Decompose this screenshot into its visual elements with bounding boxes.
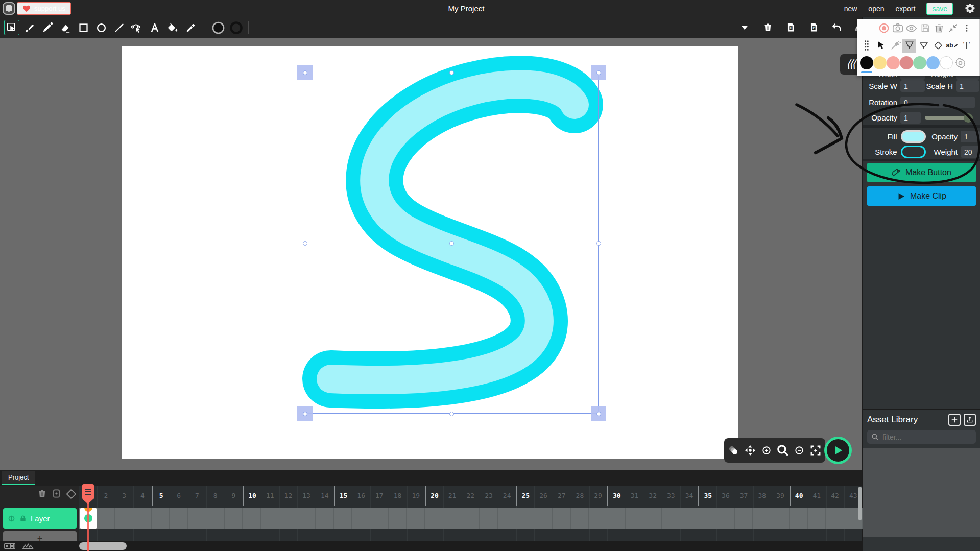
eraser-tool[interactable] — [58, 20, 73, 35]
scale-w-input[interactable] — [900, 80, 925, 92]
annotation-settings-gear-icon[interactable] — [953, 56, 967, 70]
layer-frame-cell-13[interactable] — [297, 508, 316, 529]
frame-number-22[interactable]: 22 — [461, 486, 480, 506]
frame-number-42[interactable]: 42 — [826, 486, 844, 506]
annotation-color-swatch-4[interactable] — [913, 56, 926, 69]
stroke-color-swatch[interactable] — [901, 146, 926, 158]
zoom-out-icon[interactable] — [793, 444, 806, 458]
paste-icon[interactable]: P — [806, 20, 821, 35]
frame-number-31[interactable]: 31 — [626, 486, 644, 506]
copy-icon[interactable]: C — [783, 20, 798, 35]
onion-skin-range-icon[interactable] — [4, 543, 15, 549]
layer-frame-cell-35[interactable] — [698, 508, 716, 529]
frame-number-7[interactable]: 7 — [188, 486, 206, 506]
opacity-slider[interactable] — [925, 116, 972, 120]
opacity-input[interactable] — [900, 112, 921, 124]
layer-frame-cell-10[interactable] — [243, 508, 261, 529]
settings-gear-icon[interactable] — [964, 3, 976, 14]
annotation-color-swatch-6[interactable] — [940, 56, 953, 69]
text-tool[interactable] — [147, 20, 162, 35]
layer-frame-cell-36[interactable] — [716, 508, 735, 529]
layer-frame-cell-16[interactable] — [352, 508, 370, 529]
layer-frame-cell-4[interactable] — [133, 508, 152, 529]
fill-bucket-tool[interactable] — [165, 20, 180, 35]
layer-frame-cell-14[interactable] — [316, 508, 334, 529]
menu-new[interactable]: new — [844, 5, 857, 13]
onion-skin-icon[interactable] — [727, 444, 740, 458]
layer-frame-cell-34[interactable] — [680, 508, 699, 529]
layer-frame-cell-41[interactable] — [808, 508, 826, 529]
undo-icon[interactable] — [829, 20, 844, 35]
minimize-panel-icon[interactable] — [946, 21, 960, 35]
layer-frame-cell-17[interactable] — [370, 508, 389, 529]
layer-frame-cell-9[interactable] — [225, 508, 243, 529]
frame-number-21[interactable]: 21 — [443, 486, 462, 506]
laser-wand-icon[interactable] — [888, 39, 902, 53]
frame-number-17[interactable]: 17 — [370, 486, 389, 506]
zoom-in-icon[interactable] — [759, 444, 773, 458]
edge-handle-top[interactable] — [449, 70, 454, 75]
frame-number-27[interactable]: 27 — [553, 486, 571, 506]
layer-row-label[interactable]: Layer — [3, 508, 77, 529]
opacity-slider-knob[interactable] — [964, 113, 973, 123]
fit-to-screen-icon[interactable] — [809, 444, 823, 458]
add-keyframe-icon[interactable] — [66, 489, 77, 499]
layer-frame-cell-8[interactable] — [206, 508, 225, 529]
asset-filter[interactable] — [867, 430, 976, 444]
pan-tool-icon[interactable] — [743, 444, 757, 458]
layer-frame-cell-39[interactable] — [771, 508, 790, 529]
add-asset-button[interactable] — [948, 414, 961, 426]
frame-number-37[interactable]: 37 — [735, 486, 753, 506]
frame-number-6[interactable]: 6 — [170, 486, 188, 506]
menu-export[interactable]: export — [896, 5, 916, 13]
clear-annotations-trash-icon[interactable] — [932, 21, 946, 35]
layer-frame-cell-29[interactable] — [589, 508, 607, 529]
layer-frame-cell-27[interactable] — [553, 508, 571, 529]
brush-tool[interactable] — [22, 20, 37, 35]
pivot-handle-center[interactable] — [449, 241, 454, 246]
frame-number-38[interactable]: 38 — [753, 486, 771, 506]
layer-frame-cell-28[interactable] — [571, 508, 589, 529]
layer-frame-cell-6[interactable] — [170, 508, 188, 529]
layer-frame-cell-31[interactable] — [626, 508, 644, 529]
frame-number-32[interactable]: 32 — [643, 486, 662, 506]
fill-color-swatch[interactable] — [901, 130, 926, 143]
menu-open[interactable]: open — [868, 5, 884, 13]
waveform-icon[interactable] — [22, 543, 34, 549]
frame-number-34[interactable]: 34 — [680, 486, 699, 506]
path-cursor-tool[interactable] — [129, 20, 145, 35]
pointer-cursor-icon[interactable] — [874, 39, 888, 53]
frame-number-14[interactable]: 14 — [316, 486, 334, 506]
make-clip-button[interactable]: Make Clip — [867, 186, 976, 206]
tab-project[interactable]: Project — [2, 471, 35, 485]
timeline-vertical-scrollbar[interactable] — [858, 487, 862, 520]
frame-number-33[interactable]: 33 — [662, 486, 680, 506]
save-button[interactable]: save — [926, 3, 953, 15]
layer-frame-cell-30[interactable] — [607, 508, 626, 529]
frame-number-30[interactable]: 30 — [607, 486, 626, 506]
layer-frame-cell-11[interactable] — [261, 508, 279, 529]
copy-frame-forward-icon[interactable] — [52, 489, 61, 499]
text-tool-T-icon[interactable]: T — [960, 39, 973, 53]
play-button[interactable] — [824, 437, 852, 464]
layer-frame-cell-3[interactable] — [115, 508, 133, 529]
layer-frame-cell-15[interactable] — [334, 508, 352, 529]
layer-visibility-icon[interactable] — [8, 515, 15, 522]
asset-list-area[interactable] — [863, 448, 980, 537]
frame-number-23[interactable]: 23 — [480, 486, 498, 506]
layer-frame-cell-20[interactable] — [425, 508, 443, 529]
playhead-flag[interactable] — [82, 484, 94, 499]
frame-number-25[interactable]: 25 — [516, 486, 535, 506]
highlighter-tool-selected-icon[interactable] — [902, 39, 916, 53]
layer-frame-cell-24[interactable] — [498, 508, 516, 529]
wick-logo-icon[interactable] — [3, 2, 15, 15]
pencil-tool[interactable] — [40, 20, 55, 35]
layer-frame-cell-2[interactable] — [97, 508, 115, 529]
frame-number-4[interactable]: 4 — [133, 486, 152, 506]
eraser-diamond-icon[interactable] — [931, 39, 945, 53]
layer-frame-cell-22[interactable] — [461, 508, 480, 529]
screenshot-camera-icon[interactable] — [891, 21, 904, 35]
edge-handle-right[interactable] — [596, 241, 601, 246]
layer-frame-cell-18[interactable] — [389, 508, 407, 529]
text-annotate-icon[interactable]: ab — [945, 39, 959, 53]
